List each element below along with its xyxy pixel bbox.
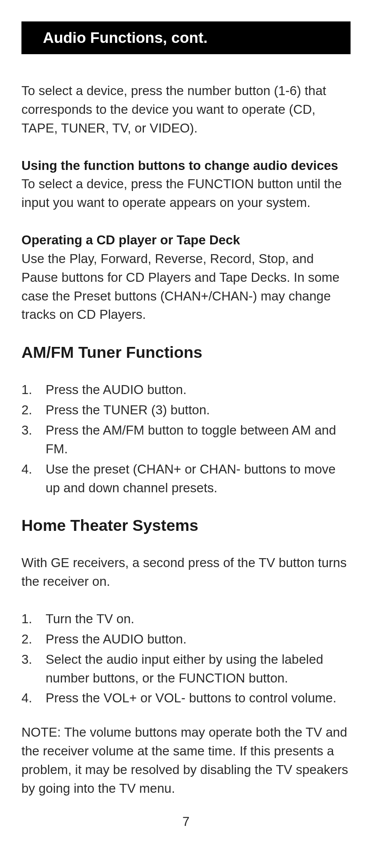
tuner-heading: AM/FM Tuner Functions [21,343,351,362]
home-theater-steps-list: Turn the TV on. Press the AUDIO button. … [21,610,351,707]
tuner-steps-list: Press the AUDIO button. Press the TUNER … [21,380,351,497]
list-item: Use the preset (CHAN+ or CHAN- buttons t… [21,460,351,497]
section-heading-cd: Operating a CD player or Tape Deck [21,231,351,249]
section-heading-function: Using the function buttons to change aud… [21,156,351,175]
home-theater-heading: Home Theater Systems [21,516,351,535]
page-header: Audio Functions, cont. [21,21,351,54]
list-item: Select the audio input either by using t… [21,650,351,688]
home-theater-intro: With GE receivers, a second press of the… [21,553,351,591]
list-item: Press the AM/FM button to toggle between… [21,421,351,458]
home-theater-note: NOTE: The volume buttons may operate bot… [21,723,351,797]
list-item: Press the AUDIO button. [21,630,351,649]
section-text-cd: Use the Play, Forward, Reverse, Record, … [21,251,340,322]
list-item: Press the VOL+ or VOL- buttons to contro… [21,689,351,707]
section-text-function: To select a device, press the FUNCTION b… [21,177,342,210]
list-item: Turn the TV on. [21,610,351,628]
section-cd-tape: Operating a CD player or Tape Deck Use t… [21,231,351,324]
list-item: Press the AUDIO button. [21,380,351,399]
list-item: Press the TUNER (3) button. [21,401,351,419]
section-function-buttons: Using the function buttons to change aud… [21,156,351,212]
page-number: 7 [0,814,372,829]
header-title: Audio Functions, cont. [43,29,207,46]
intro-paragraph: To select a device, press the number but… [21,81,351,138]
